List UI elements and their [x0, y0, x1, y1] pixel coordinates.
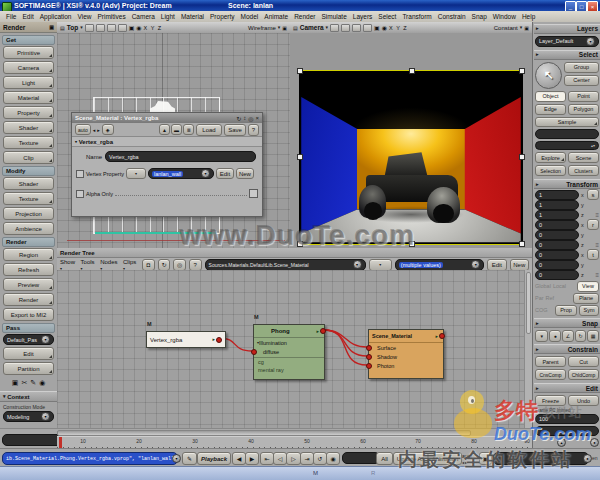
menu-window[interactable]: Window — [490, 13, 519, 20]
ref-mode-button[interactable]: Ref — [546, 295, 555, 301]
output-port[interactable] — [216, 337, 222, 343]
scene-material-node[interactable]: Scene_Material ▸ Surface Shadow Photon — [368, 329, 444, 379]
command-line-input[interactable]: ib.Scene_Material.Phong.Vertex_rgba.vpro… — [2, 452, 178, 465]
audio-mute-icon[interactable]: ▴ — [557, 438, 566, 447]
selection-handle[interactable] — [409, 241, 415, 247]
snap-rotation-icon[interactable]: ↻ — [575, 330, 587, 342]
menu-constrain[interactable]: Constrain — [435, 13, 469, 20]
menu-model[interactable]: Model — [238, 13, 262, 20]
scale-x-field[interactable]: 1 — [535, 190, 579, 200]
menu-property[interactable]: Property — [207, 13, 238, 20]
construction-mode-dropdown[interactable]: Modeling▾ — [3, 411, 54, 422]
get-material-button[interactable]: Material — [3, 91, 54, 104]
cnscomp-button[interactable]: CnsComp — [535, 369, 566, 380]
list-icon[interactable]: ≣ — [183, 124, 194, 135]
load-button[interactable]: Load — [196, 124, 222, 136]
axis-toggle[interactable]: X Y Z — [389, 25, 408, 31]
display-mode-dropdown[interactable]: Wireframe — [248, 25, 276, 31]
group-button[interactable]: Group — [564, 62, 599, 73]
name-input[interactable]: Vertex_rgba — [105, 151, 256, 162]
get-clip-button[interactable]: Clip — [3, 151, 54, 164]
help-button[interactable]: ? — [248, 124, 259, 136]
alpha-only-checkbox[interactable] — [249, 189, 258, 198]
menu-application[interactable]: Application — [37, 13, 75, 20]
expand-arrow-icon[interactable]: ▸ — [212, 337, 215, 342]
link-scale-icon[interactable]: ≡ — [595, 212, 599, 218]
chevron-down-icon[interactable]: ▾ — [278, 25, 281, 30]
parent-button[interactable]: Parent — [535, 356, 566, 367]
pass-partition-button[interactable]: Partition — [3, 362, 54, 375]
parameter-field[interactable] — [493, 452, 589, 465]
save-button[interactable]: Save — [224, 124, 246, 136]
layers-stack-icon[interactable]: ▣ — [12, 379, 19, 387]
translate-x-field[interactable]: 0 — [535, 250, 579, 260]
memo-cam-slot[interactable] — [341, 24, 350, 32]
update-all-button[interactable]: Update All — [393, 452, 428, 465]
command-history-dropdown-icon[interactable]: ▾ — [172, 454, 181, 463]
refresh-playback-icon[interactable]: ◉ — [326, 452, 340, 465]
get-primitive-button[interactable]: Primitive — [3, 46, 54, 59]
translate-y-field[interactable]: 0 — [535, 260, 579, 270]
scissors-icon[interactable]: ✂ — [21, 379, 27, 387]
scale-z-field[interactable]: 1 — [535, 210, 579, 220]
lock-icon[interactable]: ◘ — [142, 259, 155, 271]
menu-light[interactable]: Light — [158, 13, 178, 20]
get-camera-button[interactable]: Camera — [3, 61, 54, 74]
timeline-info-field[interactable] — [2, 434, 62, 446]
modify-texture-button[interactable]: Texture — [3, 192, 54, 205]
selection-handle[interactable] — [519, 154, 525, 160]
spinner-icons[interactable]: ▴▾ — [591, 143, 595, 148]
memo-cam-slot[interactable] — [118, 24, 127, 32]
transform-header[interactable]: ▸Transform — [534, 179, 600, 189]
snap-curve-icon[interactable]: ∠ — [562, 330, 574, 342]
chldcomp-button[interactable]: ChldComp — [568, 369, 599, 380]
viewport-top-name[interactable]: Top — [67, 24, 78, 31]
menu-primitives[interactable]: Primitives — [94, 13, 128, 20]
ppg-recycle-icon[interactable]: ↻ — [236, 115, 241, 122]
surface-input-port[interactable] — [366, 345, 372, 351]
display-mode-dropdown[interactable]: Constant — [494, 25, 518, 31]
phong-node-header[interactable]: Phong ▸ — [254, 325, 324, 338]
vertex-property-edit-button[interactable]: Edit — [216, 168, 234, 179]
edge-button[interactable]: Edge — [535, 104, 566, 115]
axis-toggle[interactable]: X Y Z — [144, 25, 163, 31]
animation-button[interactable]: Animation — [428, 452, 462, 465]
menu-transform[interactable]: Transform — [399, 13, 434, 20]
rotate-x-field[interactable]: 0 — [535, 220, 579, 230]
vertex-property-mini-dropdown[interactable]: ▾ — [126, 168, 146, 179]
menu-select[interactable]: Select — [375, 13, 399, 20]
menu-simulate[interactable]: Simulate — [319, 13, 350, 20]
tools-menu[interactable]: Tools ▾ — [81, 259, 98, 271]
link-translate-icon[interactable]: ≡ — [595, 272, 599, 278]
memo-field[interactable] — [535, 426, 599, 436]
snap-menu-icon[interactable]: ▾ — [535, 330, 548, 342]
selection-filter-field[interactable]: ▴▾ — [535, 141, 599, 151]
render-refresh-button[interactable]: Refresh — [3, 263, 54, 276]
selection-handle[interactable] — [297, 154, 303, 160]
layer-dropdown[interactable]: Layer_Default▾ — [535, 36, 599, 47]
photon-input-port[interactable] — [366, 363, 372, 369]
value-field[interactable]: (multiple values) ▾ — [395, 259, 484, 271]
translate-z-field[interactable]: 0 — [535, 270, 579, 280]
memo-cam-slot[interactable] — [85, 24, 94, 32]
frame-forward-button[interactable]: ▶ — [245, 452, 259, 465]
get-property-button[interactable]: Property — [3, 106, 54, 119]
frame-options-label[interactable]: Frame PC Immed — [535, 408, 599, 413]
memo-cam-slot[interactable] — [352, 24, 361, 32]
go-to-start-button[interactable]: ⇤ — [260, 452, 274, 465]
vertex-rgba-node[interactable]: Vertex_rgba ▸ — [146, 331, 226, 348]
modify-ambience-button[interactable]: Ambience — [3, 222, 54, 235]
ppg-title-bar[interactable]: Scene_Material : Vertex_rgba ↻ ↕ ◎ × — [72, 113, 262, 123]
render-tree-canvas[interactable]: M Vertex_rgba ▸ M Phong ▸ ▾ Illumination — [57, 270, 532, 428]
menu-material[interactable]: Material — [178, 13, 207, 20]
pass-select-dropdown[interactable]: Default_Pas▾ — [3, 334, 54, 345]
sample-button[interactable]: Sample — [535, 117, 599, 127]
explore-button[interactable]: Explore — [535, 152, 566, 163]
phong-node[interactable]: Phong ▸ ▾ Illumination diffuse cg mental… — [253, 324, 325, 380]
selection-handle[interactable] — [297, 68, 303, 74]
memo-cam-slot[interactable] — [107, 24, 116, 32]
expand-arrow-icon[interactable]: ▸ — [316, 329, 319, 334]
chevron-down-icon[interactable]: ▾ — [80, 25, 83, 30]
menu-edit[interactable]: Edit — [19, 13, 36, 20]
memo-cam-slot[interactable] — [96, 24, 105, 32]
